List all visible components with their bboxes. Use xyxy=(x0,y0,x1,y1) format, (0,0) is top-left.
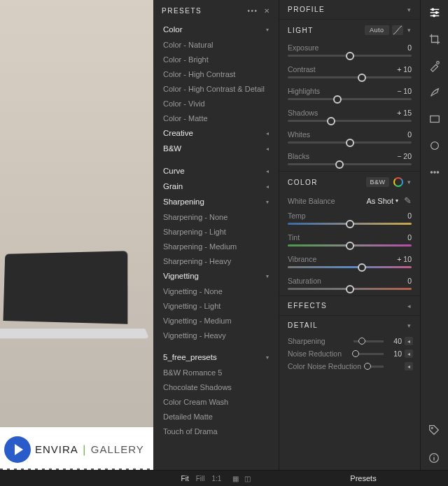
info-icon[interactable] xyxy=(427,451,441,465)
preset-item[interactable]: Vignetting - None xyxy=(153,284,279,298)
edit-panel: PROFILE ▾ LIGHT Auto ▾ Exposure0Contrast… xyxy=(279,0,420,486)
detail-header: DETAIL xyxy=(288,321,318,329)
bw-button[interactable]: B&W xyxy=(366,177,388,187)
preset-item[interactable]: Vignetting - Medium xyxy=(153,313,279,328)
chevron-down-icon[interactable]: ▾ xyxy=(407,179,412,186)
preset-item[interactable]: Color Cream Wash xyxy=(153,394,279,409)
preset-group[interactable]: B&W◂ xyxy=(153,141,279,156)
radial-gradient-icon[interactable] xyxy=(428,139,442,153)
svg-rect-4 xyxy=(430,116,439,123)
preset-list: Color▾Color - NaturalColor - BrightColor… xyxy=(153,22,279,486)
svg-point-2 xyxy=(433,15,435,17)
crop-icon[interactable] xyxy=(428,32,442,46)
color-header: COLOR xyxy=(288,179,318,186)
svg-point-3 xyxy=(436,62,439,64)
svg-point-0 xyxy=(431,8,433,11)
slider-contrast[interactable]: Contrast+ 10 xyxy=(279,62,420,84)
preset-item[interactable]: Sharpening - Heavy xyxy=(153,254,279,268)
slider-saturation[interactable]: Saturation0 xyxy=(279,274,420,296)
detail-color-noise-reduction[interactable]: Color Noise Reduction◂ xyxy=(279,360,420,373)
presets-header: PRESETS xyxy=(162,7,202,15)
zoom-fill[interactable]: Fill xyxy=(196,475,205,482)
preset-item[interactable]: Chocolate Shadows xyxy=(153,380,279,394)
preset-item[interactable]: Color - High Contrast & Detail xyxy=(153,81,279,96)
svg-point-6 xyxy=(430,172,432,173)
slider-whites[interactable]: Whites0 xyxy=(279,127,420,149)
chevron-down-icon[interactable]: ▾ xyxy=(407,6,412,13)
presets-more-icon[interactable]: ••• xyxy=(247,7,258,15)
preset-group[interactable]: Creative◂ xyxy=(153,125,279,141)
slider-tint[interactable]: Tint0 xyxy=(279,230,420,252)
secondary-tools xyxy=(420,423,448,465)
preset-group[interactable]: Curve◂ xyxy=(153,163,279,179)
preset-item[interactable]: Color - Natural xyxy=(153,37,279,52)
eyedropper-icon[interactable]: ✎ xyxy=(404,195,412,206)
healing-brush-icon[interactable] xyxy=(428,59,442,73)
preset-item[interactable]: Vignetting - Heavy xyxy=(153,328,279,342)
svg-point-9 xyxy=(431,427,433,429)
light-header: LIGHT xyxy=(288,27,314,34)
chevron-down-icon[interactable]: ▾ xyxy=(407,322,412,329)
slider-vibrance[interactable]: Vibrance+ 10 xyxy=(279,252,420,274)
linear-gradient-icon[interactable] xyxy=(428,112,442,126)
preset-group[interactable]: Sharpening▾ xyxy=(153,194,279,209)
preset-item[interactable]: Color - Matte xyxy=(153,111,279,125)
compare-view-icon[interactable]: ◫ xyxy=(244,475,251,482)
watermark-logo: ENVIRA❘GALLERY xyxy=(0,427,153,472)
preset-item[interactable]: Sharpening - Medium xyxy=(153,239,279,254)
bottom-presets-label[interactable]: Presets xyxy=(279,474,448,482)
preset-item[interactable]: Detailed Matte xyxy=(153,409,279,424)
profile-header: PROFILE xyxy=(288,6,325,13)
grid-view-icon[interactable]: ▦ xyxy=(232,475,239,482)
zoom-fit[interactable]: Fit xyxy=(181,475,189,482)
brush-icon[interactable] xyxy=(428,85,442,99)
more-icon[interactable] xyxy=(428,165,442,179)
chevron-right-icon[interactable]: ◂ xyxy=(407,303,412,310)
preset-item[interactable]: Color - High Contrast xyxy=(153,67,279,81)
detail-noise-reduction[interactable]: Noise Reduction10◂ xyxy=(279,347,420,360)
svg-point-7 xyxy=(433,172,435,173)
slider-exposure[interactable]: Exposure0 xyxy=(279,41,420,62)
white-balance-dropdown[interactable]: As Shot▾ xyxy=(366,197,398,205)
slider-shadows[interactable]: Shadows+ 15 xyxy=(279,106,420,127)
preset-item[interactable]: Color - Bright xyxy=(153,52,279,67)
effects-header: EFFECTS xyxy=(288,302,327,310)
zoom-1to1[interactable]: 1:1 xyxy=(211,475,221,482)
preset-group[interactable]: 5_free_presets▾ xyxy=(153,349,279,365)
chevron-down-icon[interactable]: ▾ xyxy=(407,27,412,34)
canvas-area: ENVIRA❘GALLERY xyxy=(0,0,153,486)
preset-item[interactable]: Vignetting - Light xyxy=(153,298,279,313)
color-mixer-icon[interactable] xyxy=(393,177,403,187)
preset-group[interactable]: Grain◂ xyxy=(153,179,279,194)
status-bar: Fit Fill 1:1 ▦ ◫ Presets xyxy=(0,470,448,486)
preset-item[interactable]: Sharpening - None xyxy=(153,209,279,224)
svg-point-1 xyxy=(435,12,438,14)
preset-item[interactable]: Sharpening - Light xyxy=(153,224,279,239)
edit-sliders-icon[interactable] xyxy=(428,6,442,20)
preset-item[interactable]: Color - Vivid xyxy=(153,96,279,111)
svg-point-5 xyxy=(430,142,438,150)
preset-item[interactable]: Touch of Drama xyxy=(153,424,279,438)
preset-item[interactable]: B&W Romance 5 xyxy=(153,365,279,380)
presets-close-icon[interactable]: ✕ xyxy=(264,7,271,15)
auto-button[interactable]: Auto xyxy=(365,25,389,35)
presets-panel: PRESETS ••• ✕ Color▾Color - NaturalColor… xyxy=(153,0,279,486)
preset-group[interactable]: Color▾ xyxy=(153,22,279,37)
slider-temp[interactable]: Temp0 xyxy=(279,209,420,230)
preview-image[interactable] xyxy=(0,0,153,427)
slider-blacks[interactable]: Blacks− 20 xyxy=(279,149,420,171)
tone-curve-icon[interactable] xyxy=(392,25,403,35)
white-balance-label: White Balance xyxy=(288,197,335,205)
detail-sharpening[interactable]: Sharpening40◂ xyxy=(279,335,420,347)
tag-icon[interactable] xyxy=(427,423,441,437)
slider-highlights[interactable]: Highlights− 10 xyxy=(279,84,420,106)
tool-strip xyxy=(420,0,448,486)
play-icon xyxy=(4,436,31,463)
preset-group[interactable]: Vignetting▾ xyxy=(153,268,279,284)
svg-point-8 xyxy=(437,172,438,173)
